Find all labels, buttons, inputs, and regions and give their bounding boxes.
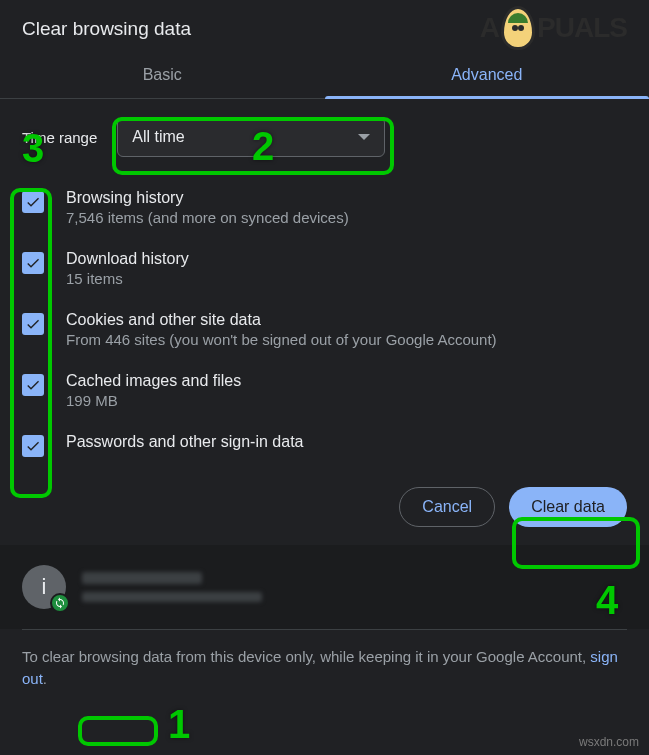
- check-icon: [25, 194, 41, 210]
- time-range-dropdown[interactable]: All time: [117, 117, 385, 157]
- dialog-body: Time range All time Browsing history 7,5…: [0, 99, 649, 473]
- option-row[interactable]: Download history 15 items: [22, 242, 627, 303]
- option-texts: Cached images and files 199 MB: [66, 372, 627, 409]
- options-list: Browsing history 7,546 items (and more o…: [22, 181, 627, 473]
- check-icon: [25, 316, 41, 332]
- option-title: Browsing history: [66, 189, 627, 207]
- avatar-container: i: [22, 565, 66, 609]
- checkbox-download-history[interactable]: [22, 252, 44, 274]
- option-texts: Passwords and other sign-in data: [66, 433, 627, 453]
- footer-text-post: .: [43, 670, 47, 687]
- tab-advanced[interactable]: Advanced: [325, 52, 650, 98]
- option-texts: Cookies and other site data From 446 sit…: [66, 311, 627, 348]
- check-icon: [25, 255, 41, 271]
- watermark-text-pre: A: [480, 12, 499, 44]
- chevron-down-icon: [358, 134, 370, 140]
- footer-text-pre: To clear browsing data from this device …: [22, 648, 590, 665]
- time-range-row: Time range All time: [22, 117, 627, 157]
- watermark-logo: A PUALS: [480, 6, 627, 50]
- clear-data-button[interactable]: Clear data: [509, 487, 627, 527]
- account-email-redacted: [82, 592, 262, 602]
- sync-icon: [54, 597, 66, 609]
- time-range-value: All time: [132, 128, 184, 146]
- option-title: Cookies and other site data: [66, 311, 627, 329]
- option-subtitle: 199 MB: [66, 392, 627, 409]
- option-subtitle: 15 items: [66, 270, 627, 287]
- option-subtitle: 7,546 items (and more on synced devices): [66, 209, 627, 226]
- account-text: [82, 572, 262, 602]
- option-texts: Browsing history 7,546 items (and more o…: [66, 189, 627, 226]
- checkbox-cached[interactable]: [22, 374, 44, 396]
- tab-basic[interactable]: Basic: [0, 52, 325, 98]
- footer-note: To clear browsing data from this device …: [0, 630, 649, 706]
- option-texts: Download history 15 items: [66, 250, 627, 287]
- option-row[interactable]: Cached images and files 199 MB: [22, 364, 627, 425]
- account-row: i: [0, 545, 649, 629]
- time-range-label: Time range: [22, 129, 97, 146]
- option-row[interactable]: Passwords and other sign-in data: [22, 425, 627, 473]
- cancel-button[interactable]: Cancel: [399, 487, 495, 527]
- checkbox-browsing-history[interactable]: [22, 191, 44, 213]
- annotation-box-1: [78, 716, 158, 746]
- account-name-redacted: [82, 572, 202, 584]
- sync-badge: [50, 593, 70, 613]
- checkbox-passwords[interactable]: [22, 435, 44, 457]
- annotation-number-1: 1: [168, 702, 190, 747]
- watermark-text-post: PUALS: [537, 12, 627, 44]
- dialog-actions: Cancel Clear data: [0, 473, 649, 545]
- watermark-url: wsxdn.com: [579, 735, 639, 749]
- tabs: Basic Advanced: [0, 52, 649, 99]
- option-title: Cached images and files: [66, 372, 627, 390]
- check-icon: [25, 377, 41, 393]
- appuals-mascot-icon: [501, 6, 535, 50]
- option-row[interactable]: Browsing history 7,546 items (and more o…: [22, 181, 627, 242]
- option-title: Download history: [66, 250, 627, 268]
- option-title: Passwords and other sign-in data: [66, 433, 627, 451]
- option-subtitle: From 446 sites (you won't be signed out …: [66, 331, 627, 348]
- checkbox-cookies[interactable]: [22, 313, 44, 335]
- check-icon: [25, 438, 41, 454]
- option-row[interactable]: Cookies and other site data From 446 sit…: [22, 303, 627, 364]
